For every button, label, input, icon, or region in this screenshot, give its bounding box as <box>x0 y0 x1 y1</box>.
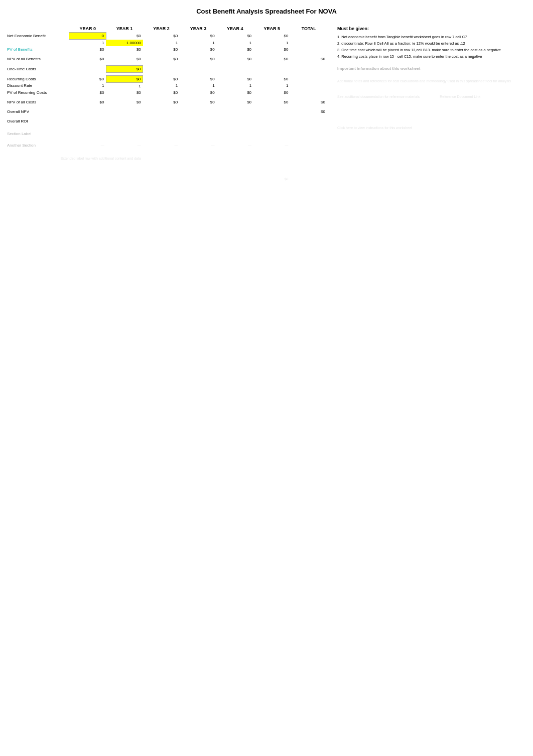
blurred-row-2: Another Section — — — — — — <box>5 142 327 149</box>
pvr-year1: $0 <box>106 89 143 96</box>
pv-year4: $0 <box>217 46 253 53</box>
pv-year1: $0 <box>106 46 143 53</box>
col-header-label <box>5 25 69 33</box>
bottom-value: $0 <box>253 176 290 182</box>
overall-roi-label: Overall ROI <box>5 118 69 124</box>
neb-year1-sub: 1.00000 <box>106 40 143 47</box>
neb-year5-val: $0 <box>253 33 290 40</box>
blurred-right-title: Important information about this workshe… <box>337 66 528 72</box>
rec-year4: $0 <box>217 75 253 82</box>
discount-rate-row: Discount Rate 1 1 1 1 1 1 <box>5 82 327 89</box>
instruction-3: 3. One time cost which will be placed in… <box>337 47 528 54</box>
npv-ben-year1: $0 <box>106 56 143 62</box>
instruction-1: 1. Net economic benefit from Tangible be… <box>337 34 528 41</box>
blurred-bottom-row: $0 <box>5 176 327 182</box>
overall-roi-row: Overall ROI <box>5 118 327 124</box>
neb-subrow: 1 1.00000 1 1 1 1 <box>5 40 327 47</box>
dr-year5: 1 <box>253 82 290 89</box>
dr-year1: 1 <box>106 82 143 89</box>
rec-year2: $0 <box>143 75 180 82</box>
instructions-title: Must be given: <box>337 25 528 32</box>
pv-year2: $0 <box>143 46 180 53</box>
dr-year4: 1 <box>217 82 253 89</box>
npv-costs-label: NPV of all Costs <box>5 99 69 105</box>
col-header-year0: YEAR 0 <box>69 25 106 33</box>
blurred-right-desc: Additional notes and references for cost… <box>337 78 528 84</box>
neb-year2-sub: 1 <box>143 40 180 47</box>
header-row: YEAR 0 YEAR 1 YEAR 2 YEAR 3 YEAR 4 YEAR … <box>5 25 327 33</box>
col-header-year1: YEAR 1 <box>106 25 143 33</box>
recurring-costs-label: Recurring Costs <box>5 75 69 82</box>
npv-ben-year3: $0 <box>180 56 216 62</box>
instructions-section: Must be given: 1. Net economic benefit f… <box>337 25 528 131</box>
cost-benefit-table: YEAR 0 YEAR 1 YEAR 2 YEAR 3 YEAR 4 YEAR … <box>5 25 327 182</box>
col-header-year5: YEAR 5 <box>253 25 290 33</box>
rec-year0: $0 <box>69 75 106 82</box>
blurred-right-note: See additional documentation for referen… <box>337 94 528 99</box>
npv-ben-year4: $0 <box>217 56 253 62</box>
col-header-year3: YEAR 3 <box>180 25 216 33</box>
overall-npv-label: Overall NPV <box>5 108 69 115</box>
npvc-year0: $0 <box>69 99 106 105</box>
discount-rate-label: Discount Rate <box>5 82 69 89</box>
blurred-row-3: Extended label row with additional conte… <box>5 156 327 161</box>
overall-npv-row: Overall NPV $0 <box>5 108 327 115</box>
instructions-list: 1. Net economic benefit from Tangible be… <box>337 34 528 60</box>
pv-year0: $0 <box>69 46 106 53</box>
col-header-total: TOTAL <box>291 25 328 33</box>
pvr-year0: $0 <box>69 89 106 96</box>
neb-year0-sub: 1 <box>69 40 106 47</box>
pvr-year4: $0 <box>217 89 253 96</box>
col-header-year4: YEAR 4 <box>217 25 253 33</box>
page-title: Cost Benefit Analysis Spreadsheet For NO… <box>5 8 528 15</box>
net-economic-benefit-label: Net Economic Benefit <box>5 33 69 40</box>
pv-year3: $0 <box>180 46 216 53</box>
instruction-2: 2. discount rate: Row 8 Cell A8 as a fra… <box>337 41 528 47</box>
overall-roi-value <box>291 118 328 124</box>
npvc-year1: $0 <box>106 99 143 105</box>
neb-year4-val: $0 <box>217 33 253 40</box>
npv-ben-total: $0 <box>291 56 328 62</box>
one-time-year1-cell[interactable]: $0 <box>106 65 143 72</box>
dr-year3: 1 <box>180 82 216 89</box>
pv-recurring-row: PV of Recurring Costs $0 $0 $0 $0 $0 $0 <box>5 89 327 96</box>
blurred-right-bottom: Click here to view instructions for this… <box>337 125 528 131</box>
pv-benefits-row: PV of Benefits $0 $0 $0 $0 $0 $0 <box>5 46 327 53</box>
pvr-year5: $0 <box>253 89 290 96</box>
npvc-year3: $0 <box>180 99 216 105</box>
pv-year5: $0 <box>253 46 290 53</box>
npvc-year5: $0 <box>253 99 290 105</box>
neb-year4-sub: 1 <box>217 40 253 47</box>
blurred-row-1: Section Label <box>5 131 327 137</box>
overall-npv-total: $0 <box>291 108 328 115</box>
neb-year2-val: $0 <box>143 33 180 40</box>
one-time-costs-row: One-Time Costs $0 <box>5 65 327 72</box>
neb-total <box>291 33 328 40</box>
rec-year1-cell[interactable]: $0 <box>106 75 143 82</box>
neb-year1-val: $0 <box>106 33 143 40</box>
net-economic-benefit-row: Net Economic Benefit 0 $0 $0 $0 $0 $0 <box>5 33 327 40</box>
pvr-year2: $0 <box>143 89 180 96</box>
rec-year3: $0 <box>180 75 216 82</box>
spreadsheet-section: YEAR 0 YEAR 1 YEAR 2 YEAR 3 YEAR 4 YEAR … <box>5 25 327 182</box>
npvc-year4: $0 <box>217 99 253 105</box>
neb-year0-cell[interactable]: 0 <box>69 33 106 40</box>
npv-ben-year0: $0 <box>69 56 106 62</box>
rec-year5: $0 <box>253 75 290 82</box>
npvc-year2: $0 <box>143 99 180 105</box>
neb-year3-val: $0 <box>180 33 216 40</box>
pvr-year3: $0 <box>180 89 216 96</box>
dr-year0: 1 <box>69 82 106 89</box>
npv-costs-row: NPV of all Costs $0 $0 $0 $0 $0 $0 $0 <box>5 99 327 105</box>
npv-benefits-row: NPV of all Benefits $0 $0 $0 $0 $0 $0 $0 <box>5 56 327 62</box>
pv-recurring-label: PV of Recurring Costs <box>5 89 69 96</box>
neb-year3-sub: 1 <box>180 40 216 47</box>
npv-ben-year2: $0 <box>143 56 180 62</box>
npv-ben-year5: $0 <box>253 56 290 62</box>
pv-benefits-label: PV of Benefits <box>5 46 69 53</box>
neb-year5-sub: 1 <box>253 40 290 47</box>
npv-benefits-label: NPV of all Benefits <box>5 56 69 62</box>
one-time-costs-label: One-Time Costs <box>5 65 69 72</box>
col-header-year2: YEAR 2 <box>143 25 180 33</box>
instruction-4: 4. Recurring costs place in row 15 - cel… <box>337 54 528 60</box>
